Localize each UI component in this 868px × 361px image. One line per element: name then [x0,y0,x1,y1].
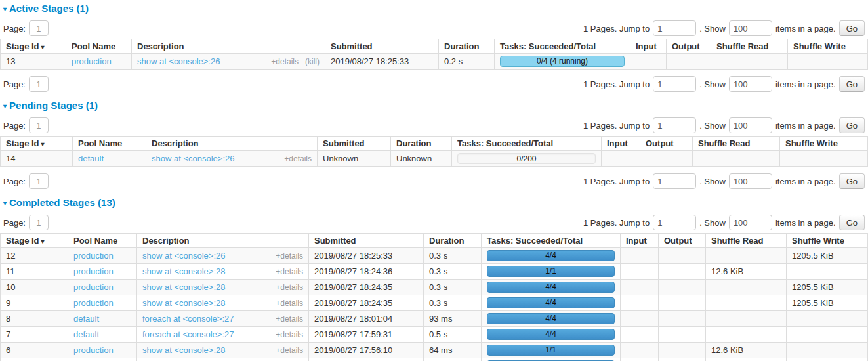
details-toggle[interactable]: +details [271,57,299,66]
column-header-label: Submitted [331,41,373,51]
column-header-description[interactable]: Description [132,39,325,54]
column-header-duration[interactable]: Duration [424,234,482,248]
pool-name-link[interactable]: production [73,266,114,276]
jump-to-page-input[interactable] [653,76,696,92]
column-header-submitted[interactable]: Submitted [318,137,391,151]
go-button[interactable]: Go [839,20,865,36]
pagination-controls-bottom: Page: 1 Pages. Jump to . Show items in a… [3,76,865,92]
page-number-input[interactable] [29,117,49,133]
description-link[interactable]: foreach at <console>:27 [142,329,234,339]
column-header-input[interactable]: Input [602,137,640,151]
details-toggle[interactable]: +details [276,267,303,276]
column-header-output[interactable]: Output [640,137,693,151]
column-header-submitted[interactable]: Submitted [325,39,439,54]
pool-name-link[interactable]: default [73,329,99,339]
jump-to-page-input[interactable] [653,215,696,230]
column-header-shuffle-write[interactable]: Shuffle Write [788,39,868,54]
pool-name-link[interactable]: production [73,282,114,292]
column-header-output[interactable]: Output [667,39,711,54]
column-header-description[interactable]: Description [146,137,318,151]
details-toggle[interactable]: +details [276,330,303,339]
pool-name-link[interactable]: production [73,251,114,261]
details-toggle[interactable]: +details [276,346,303,355]
table-row: 7defaultforeach at <console>:27+details2… [1,327,868,343]
pool-name-cell: default [73,151,146,167]
description-link[interactable]: show at <console>:28 [142,298,225,308]
go-button[interactable]: Go [839,76,865,92]
description-link[interactable]: show at <console>:26 [152,154,234,163]
jump-to-page-input[interactable] [653,20,696,36]
page-size-input[interactable] [729,173,772,189]
column-header-shuffle-write[interactable]: Shuffle Write [787,234,868,248]
submitted-cell: 2019/08/27 18:25:33 [325,54,439,70]
column-header-stage-id[interactable]: Stage Id▾ [1,137,73,151]
column-header-shuffle-read[interactable]: Shuffle Read [693,137,780,151]
pool-name-link[interactable]: production [73,298,114,308]
pool-name-cell: production [68,295,137,311]
column-header-duration[interactable]: Duration [391,137,452,151]
column-header-tasks-succeeded-total[interactable]: Tasks: Succeeded/Total [495,39,630,54]
column-header-tasks-succeeded-total[interactable]: Tasks: Succeeded/Total [482,234,621,248]
column-header-pool-name[interactable]: Pool Name [66,39,132,54]
page-number-input[interactable] [29,20,49,36]
column-header-input[interactable]: Input [630,39,667,54]
pool-name-link[interactable]: default [78,154,104,163]
go-button[interactable]: Go [839,173,865,189]
pool-name-link[interactable]: production [73,345,114,355]
progress-label: 4/4 [487,329,615,339]
jump-to-page-input[interactable] [653,173,696,189]
column-header-stage-id[interactable]: Stage Id▾ [1,234,68,248]
sort-arrow-icon: ▾ [41,140,45,148]
go-button[interactable]: Go [839,215,865,230]
column-header-output[interactable]: Output [659,234,706,248]
page-size-input[interactable] [729,76,772,92]
pagination-controls-bottom: Page: 1 Pages. Jump to . Show items in a… [3,173,865,189]
column-header-label: Submitted [314,236,356,245]
column-header-pool-name[interactable]: Pool Name [68,234,137,248]
details-toggle[interactable]: +details [284,154,312,163]
show-label: . Show [699,79,726,89]
submitted-cell: Unknown [318,151,391,167]
section-title-text: Active Stages (1) [9,3,89,14]
go-button[interactable]: Go [839,117,865,133]
description-link[interactable]: show at <console>:26 [137,56,220,66]
details-toggle[interactable]: +details [276,299,303,308]
page-number-input[interactable] [29,215,49,230]
table-row: 5productionshow at <console>:28+details2… [1,358,868,361]
shuffle-read-cell [711,54,788,70]
column-header-shuffle-read[interactable]: Shuffle Read [711,39,788,54]
section-toggle-completed[interactable]: ▾Completed Stages (13) [3,197,865,209]
column-header-submitted[interactable]: Submitted [309,234,424,248]
input-cell [621,343,659,358]
page-size-input[interactable] [729,117,772,133]
column-header-description[interactable]: Description [137,234,309,248]
details-toggle[interactable]: +details [276,251,303,261]
page-number-input[interactable] [29,76,49,92]
output-cell [659,343,706,358]
details-toggle[interactable]: +details [276,283,303,292]
shuffle-read-cell: 12.6 KiB [706,343,787,358]
description-link[interactable]: show at <console>:28 [142,345,225,355]
page-number-input[interactable] [29,173,49,189]
column-header-label: Input [607,138,628,148]
column-header-shuffle-read[interactable]: Shuffle Read [706,234,787,248]
column-header-pool-name[interactable]: Pool Name [73,137,146,151]
section-toggle-pending[interactable]: ▾Pending Stages (1) [3,100,865,112]
kill-link[interactable]: (kill) [305,57,320,66]
description-link[interactable]: show at <console>:28 [142,282,225,292]
section-toggle-active[interactable]: ▾Active Stages (1) [3,3,865,15]
details-toggle[interactable]: +details [276,314,303,324]
description-link[interactable]: show at <console>:26 [142,251,225,261]
pool-name-link[interactable]: default [73,314,99,324]
column-header-input[interactable]: Input [621,234,659,248]
description-link[interactable]: foreach at <console>:27 [142,314,234,324]
page-size-input[interactable] [729,215,772,230]
page-size-input[interactable] [729,20,772,36]
column-header-stage-id[interactable]: Stage Id▾ [1,39,66,54]
pool-name-link[interactable]: production [72,56,112,66]
column-header-tasks-succeeded-total[interactable]: Tasks: Succeeded/Total [452,137,602,151]
column-header-duration[interactable]: Duration [439,39,495,54]
description-link[interactable]: show at <console>:28 [142,266,225,276]
column-header-shuffle-write[interactable]: Shuffle Write [780,137,868,151]
jump-to-page-input[interactable] [653,117,696,133]
